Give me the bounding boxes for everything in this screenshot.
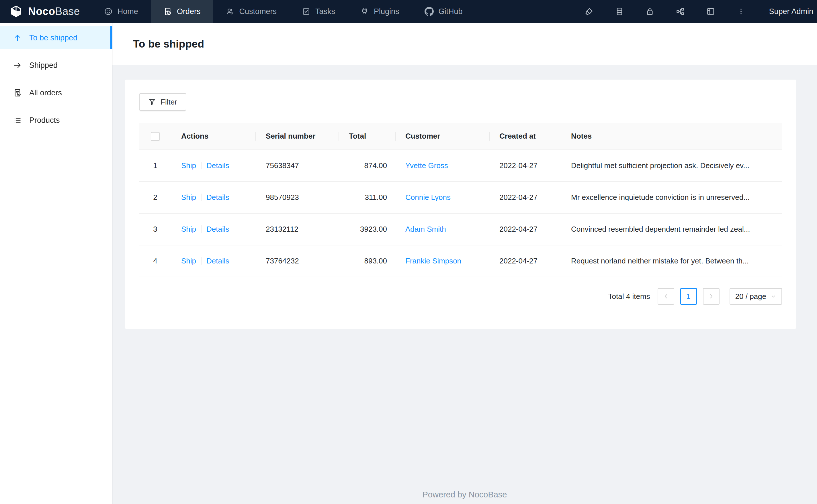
- funnel-icon: [148, 98, 156, 106]
- sidebar-item-label: Products: [29, 116, 60, 125]
- row-actions: ShipDetails: [171, 245, 256, 277]
- nav-item-label: GitHub: [439, 7, 463, 16]
- page-1-button[interactable]: 1: [680, 288, 697, 305]
- table-row: 2 ShipDetails 98570923 311.00 Connie Lyo…: [139, 182, 782, 213]
- table-header-row: Actions Serial number Total Customer Cre…: [139, 123, 782, 150]
- row-actions: ShipDetails: [171, 213, 256, 245]
- sidebar-item-label: All orders: [29, 88, 62, 97]
- customer-link[interactable]: Yvette Gross: [405, 161, 448, 170]
- unordered-list-icon: [13, 116, 22, 125]
- layout-settings-button[interactable]: [696, 0, 726, 23]
- pagination-total: Total 4 items: [608, 292, 650, 301]
- details-link[interactable]: Details: [207, 257, 229, 265]
- page-size-select[interactable]: 20 / page: [730, 288, 782, 305]
- sidebar-item-all-orders[interactable]: All orders: [0, 81, 112, 104]
- row-index: 1: [139, 150, 171, 182]
- nav-item-label: Customers: [239, 7, 277, 16]
- arrow-right-icon: [13, 61, 22, 70]
- collections-button[interactable]: [604, 0, 635, 23]
- sidebar: To be shipped Shipped All orders: [0, 23, 112, 504]
- customer-link[interactable]: Adam Smith: [405, 225, 446, 233]
- ship-link[interactable]: Ship: [181, 161, 196, 170]
- row-serial-number: 75638347: [256, 150, 339, 182]
- file-done-icon: [163, 7, 172, 16]
- row-total: 311.00: [339, 182, 396, 213]
- row-filler: [772, 245, 782, 277]
- nav-item-home[interactable]: Home: [91, 0, 151, 23]
- table-row: 1 ShipDetails 75638347 874.00 Yvette Gro…: [139, 150, 782, 182]
- row-notes: Convinced resembled dependent remainder …: [561, 213, 772, 245]
- row-total: 874.00: [339, 150, 396, 182]
- row-serial-number: 73764232: [256, 245, 339, 277]
- robot-icon: [360, 7, 369, 16]
- smiley-icon: [104, 7, 113, 16]
- sidebar-item-label: To be shipped: [29, 34, 77, 42]
- row-serial-number: 98570923: [256, 182, 339, 213]
- nocobase-logo[interactable]: NocoBase: [0, 5, 91, 18]
- next-page-button[interactable]: [703, 288, 720, 305]
- row-filler: [772, 213, 782, 245]
- row-created-at: 2022-04-27: [490, 182, 561, 213]
- details-link[interactable]: Details: [207, 225, 229, 233]
- chevron-down-icon: [771, 294, 776, 299]
- nav-item-label: Tasks: [315, 7, 335, 16]
- row-index: 3: [139, 213, 171, 245]
- row-customer: Connie Lyons: [396, 182, 490, 213]
- column-header-filler: [772, 123, 782, 150]
- sidebar-item-shipped[interactable]: Shipped: [0, 54, 112, 77]
- action-divider: [201, 162, 201, 169]
- sidebar-item-products[interactable]: Products: [0, 109, 112, 132]
- customer-link[interactable]: Frankie Simpson: [405, 257, 461, 265]
- top-navbar: NocoBase Home: [0, 0, 817, 23]
- column-header-total: Total: [339, 123, 396, 150]
- ship-link[interactable]: Ship: [181, 225, 196, 233]
- row-filler: [772, 150, 782, 182]
- main-nav: Home Orders Cu: [91, 0, 475, 23]
- select-all-checkbox[interactable]: [151, 132, 160, 141]
- ship-link[interactable]: Ship: [181, 257, 196, 265]
- details-link[interactable]: Details: [207, 193, 229, 202]
- workflow-button[interactable]: [665, 0, 696, 23]
- sidebar-item-label: Shipped: [29, 61, 58, 70]
- nav-item-orders[interactable]: Orders: [151, 0, 213, 23]
- table-row: 4 ShipDetails 73764232 893.00 Frankie Si…: [139, 245, 782, 277]
- more-button[interactable]: [726, 0, 756, 23]
- details-link[interactable]: Details: [207, 161, 229, 170]
- nav-item-tasks[interactable]: Tasks: [289, 0, 348, 23]
- row-actions: ShipDetails: [171, 150, 256, 182]
- action-divider: [201, 194, 201, 201]
- nocobase-cube-icon: [9, 5, 23, 18]
- row-notes: Mr excellence inquietude conviction is i…: [561, 182, 772, 213]
- row-actions: ShipDetails: [171, 182, 256, 213]
- brand-text: NocoBase: [28, 5, 80, 17]
- row-customer: Adam Smith: [396, 213, 490, 245]
- ship-link[interactable]: Ship: [181, 193, 196, 202]
- row-total: 893.00: [339, 245, 396, 277]
- footer-text: Powered by NocoBase: [112, 490, 817, 504]
- column-header-serial-number: Serial number: [256, 123, 339, 150]
- previous-page-button[interactable]: [658, 288, 674, 305]
- orders-card: Filter Actions Serial number Total Custo…: [125, 80, 796, 329]
- nav-item-label: Home: [117, 7, 138, 16]
- row-filler: [772, 182, 782, 213]
- page-title: To be shipped: [133, 38, 204, 50]
- nav-item-plugins[interactable]: Plugins: [348, 0, 412, 23]
- customer-link[interactable]: Connie Lyons: [405, 193, 451, 202]
- nav-item-github[interactable]: GitHub: [412, 0, 475, 23]
- select-all-header: [139, 123, 171, 150]
- content-area: Filter Actions Serial number Total Custo…: [112, 65, 817, 504]
- nav-tools: [574, 0, 756, 23]
- pagination: Total 4 items 1: [139, 288, 782, 305]
- action-divider: [201, 257, 201, 265]
- user-menu[interactable]: Super Admin: [769, 7, 813, 16]
- file-done-icon: [13, 88, 22, 97]
- sidebar-item-to-be-shipped[interactable]: To be shipped: [0, 26, 112, 49]
- row-serial-number: 23132112: [256, 213, 339, 245]
- access-control-button[interactable]: [635, 0, 665, 23]
- filter-button[interactable]: Filter: [139, 93, 186, 111]
- nav-item-customers[interactable]: Customers: [213, 0, 289, 23]
- row-customer: Frankie Simpson: [396, 245, 490, 277]
- team-icon: [226, 7, 234, 16]
- ui-editor-button[interactable]: [574, 0, 604, 23]
- orders-table: Actions Serial number Total Customer Cre…: [139, 123, 782, 277]
